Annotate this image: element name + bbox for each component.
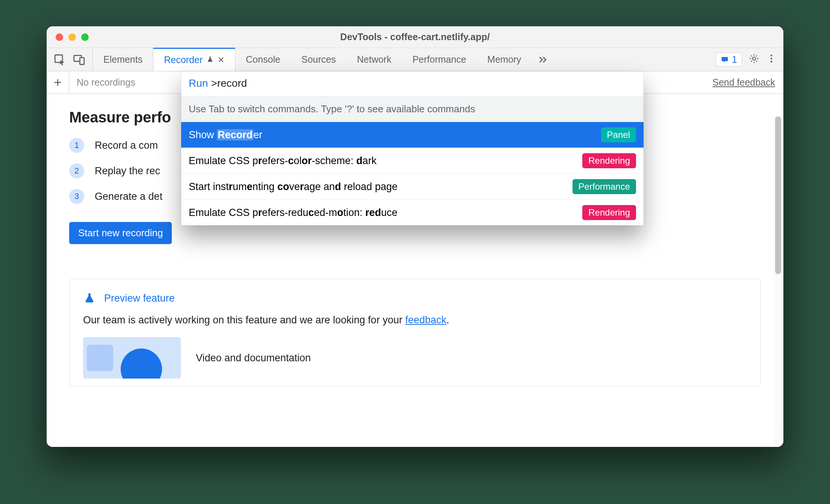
experimental-icon bbox=[206, 54, 214, 65]
scrollbar-thumb[interactable] bbox=[775, 116, 781, 274]
add-recording-button[interactable]: + bbox=[47, 71, 69, 94]
beaker-icon bbox=[83, 292, 96, 305]
issues-count: 1 bbox=[732, 54, 737, 65]
tab-label: Network bbox=[357, 54, 392, 65]
maximize-window-button[interactable] bbox=[81, 33, 89, 41]
tab-performance[interactable]: Performance bbox=[402, 48, 477, 71]
step-number: 3 bbox=[69, 189, 84, 204]
command-menu-list: Show RecorderPanelEmulate CSS prefers-co… bbox=[181, 122, 644, 225]
preview-feature-card: Preview feature Our team is actively wor… bbox=[69, 279, 761, 386]
tab-label: Console bbox=[246, 54, 280, 65]
devtools-window: DevTools - coffee-cart.netlify.app/ Elem… bbox=[47, 26, 783, 447]
command-query: >record bbox=[211, 77, 247, 89]
preview-feature-header: Preview feature bbox=[83, 292, 747, 305]
preview-body-suffix: . bbox=[447, 314, 450, 326]
tabs-overflow-icon[interactable] bbox=[532, 48, 554, 71]
command-menu-hint: Use Tab to switch commands. Type '?' to … bbox=[181, 96, 644, 122]
inspect-element-icon[interactable] bbox=[53, 53, 66, 66]
tab-memory[interactable]: Memory bbox=[477, 48, 532, 71]
tab-label: Elements bbox=[103, 54, 142, 65]
scrollbar[interactable] bbox=[774, 116, 783, 445]
devtools-toolbar: Elements Recorder ✕ Console Sources Netw… bbox=[47, 48, 783, 71]
command-item-label: Emulate CSS prefers-reduced-motion: redu… bbox=[189, 207, 397, 219]
tab-label: Memory bbox=[487, 54, 521, 65]
send-feedback-link[interactable]: Send feedback bbox=[712, 77, 775, 88]
command-menu: Run >record Use Tab to switch commands. … bbox=[181, 71, 644, 225]
tab-label: Performance bbox=[412, 54, 466, 65]
step-text: Replay the rec bbox=[95, 165, 160, 177]
video-thumbnail[interactable] bbox=[83, 337, 181, 379]
preview-media: Video and documentation bbox=[83, 337, 747, 379]
window-titlebar: DevTools - coffee-cart.netlify.app/ bbox=[47, 26, 783, 48]
svg-point-3 bbox=[753, 57, 756, 60]
command-item[interactable]: Start instrumenting coverage and reload … bbox=[181, 174, 644, 200]
command-item-label: Start instrumenting coverage and reload … bbox=[189, 181, 397, 193]
svg-point-4 bbox=[771, 54, 772, 56]
media-title: Video and documentation bbox=[196, 352, 311, 364]
command-item-badge: Performance bbox=[573, 179, 636, 194]
command-prefix: Run bbox=[189, 77, 208, 89]
tab-network[interactable]: Network bbox=[347, 48, 402, 71]
tab-console[interactable]: Console bbox=[235, 48, 291, 71]
close-window-button[interactable] bbox=[56, 33, 63, 41]
toolbar-right-tools: 1 bbox=[716, 48, 783, 71]
preview-body-prefix: Our team is actively working on this fea… bbox=[83, 314, 405, 326]
tab-sources[interactable]: Sources bbox=[291, 48, 347, 71]
tab-recorder[interactable]: Recorder ✕ bbox=[153, 48, 235, 71]
tab-elements[interactable]: Elements bbox=[93, 48, 153, 71]
command-item-label: Emulate CSS prefers-color-scheme: dark bbox=[189, 155, 377, 167]
devtools-tabs: Elements Recorder ✕ Console Sources Netw… bbox=[93, 48, 554, 71]
settings-icon[interactable] bbox=[749, 53, 759, 66]
traffic-lights bbox=[47, 33, 89, 41]
window-title: DevTools - coffee-cart.netlify.app/ bbox=[47, 32, 783, 42]
feedback-link[interactable]: feedback bbox=[405, 314, 447, 326]
step-text: Generate a det bbox=[95, 191, 162, 202]
minimize-window-button[interactable] bbox=[68, 33, 76, 41]
command-menu-input[interactable]: Run >record bbox=[181, 71, 644, 96]
command-item[interactable]: Emulate CSS prefers-color-scheme: darkRe… bbox=[181, 148, 644, 174]
svg-point-5 bbox=[771, 57, 772, 59]
issues-pill[interactable]: 1 bbox=[716, 53, 742, 66]
start-new-recording-button[interactable]: Start new recording bbox=[69, 222, 172, 244]
step-text: Record a com bbox=[95, 140, 158, 151]
preview-feature-title: Preview feature bbox=[104, 293, 175, 304]
command-item[interactable]: Show RecorderPanel bbox=[181, 122, 644, 148]
command-item-badge: Rendering bbox=[582, 153, 636, 168]
svg-point-6 bbox=[771, 60, 772, 62]
command-item-badge: Panel bbox=[601, 127, 636, 142]
tab-label: Recorder bbox=[164, 54, 203, 65]
close-tab-icon[interactable]: ✕ bbox=[218, 55, 224, 65]
more-options-icon[interactable] bbox=[766, 53, 777, 66]
command-item-label: Show Recorder bbox=[189, 129, 262, 141]
device-toolbar-icon[interactable] bbox=[73, 53, 86, 66]
no-recordings-label: No recordings bbox=[69, 77, 135, 88]
tab-label: Sources bbox=[301, 54, 336, 65]
svg-rect-2 bbox=[80, 57, 84, 64]
step-number: 2 bbox=[69, 163, 84, 178]
command-item-badge: Rendering bbox=[582, 205, 636, 220]
step-number: 1 bbox=[69, 138, 84, 153]
preview-feature-body: Our team is actively working on this fea… bbox=[83, 314, 747, 326]
command-item[interactable]: Emulate CSS prefers-reduced-motion: redu… bbox=[181, 200, 644, 225]
toolbar-left-tools bbox=[47, 48, 93, 71]
